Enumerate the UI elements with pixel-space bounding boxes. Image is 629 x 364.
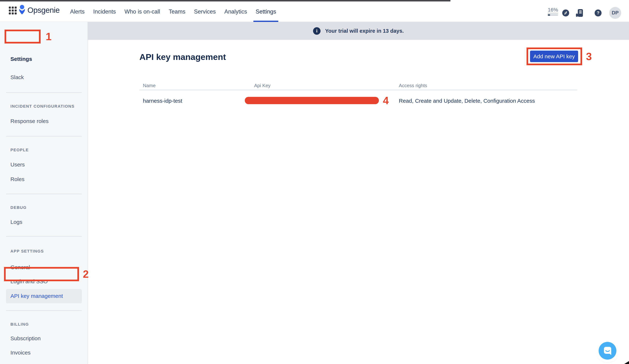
sidebar-header-debug: DEBUG [10,204,26,211]
sidebar-item-settings[interactable]: Settings [10,54,32,65]
help-icon[interactable]: ? [594,9,602,17]
sidebar-header-app-settings: APP SETTINGS [10,248,44,255]
column-header-api-key: Api Key [254,82,271,89]
annotation-box-1-settings [4,30,41,43]
sidebar-item-billing-information[interactable]: Billing information [10,362,54,364]
chat-launcher-button[interactable] [599,342,616,360]
sidebar-item-subscription[interactable]: Subscription [10,333,41,344]
opsgenie-settings-page: Opsgenie Alerts Incidents Who is on-call… [0,0,629,364]
table-header-divider [140,90,577,90]
sidebar-divider [6,194,82,194]
access-rights-cell: Read, Create and Update, Delete, Configu… [399,97,535,104]
sidebar-item-logs[interactable]: Logs [10,217,22,227]
annotation-box-3-add-button [527,48,582,65]
sidebar-item-slack[interactable]: Slack [10,72,24,83]
annotation-redaction-bar-api-key [245,97,379,104]
column-header-access-rights: Access rights [399,82,427,89]
sidebar-item-invoices[interactable]: Invoices [10,347,30,358]
annotation-number-4: 4 [383,95,389,106]
top-navbar: Opsgenie Alerts Incidents Who is on-call… [0,0,629,22]
avatar-initials: DP [612,10,619,16]
column-header-name: Name [143,82,156,89]
annotation-number-2: 2 [83,269,89,279]
sidebar-divider [6,136,82,137]
settings-sidebar: Settings Slack INCIDENT CONFIGURATIONS R… [0,22,88,364]
annotation-number-3: 3 [586,51,592,62]
svg-text:?: ? [597,10,600,15]
trial-usage-indicator[interactable]: 16% [548,7,558,15]
background-window-strip [0,0,451,1]
trial-banner-text: Your trial will expire in 13 days. [325,28,404,34]
whats-new-icon[interactable] [576,9,583,16]
user-avatar[interactable]: DP [609,7,621,19]
page-title: API key management [140,52,226,62]
chat-bubble-icon [603,346,613,356]
sidebar-divider [6,310,82,311]
explore-compass-icon[interactable] [562,9,569,17]
sidebar-item-users[interactable]: Users [10,159,25,170]
sidebar-item-roles[interactable]: Roles [10,174,24,185]
trial-usage-percent: 16% [548,7,558,13]
trial-usage-progressbar [548,14,558,15]
sidebar-item-response-roles[interactable]: Response roles [10,116,48,127]
trial-banner: i Your trial will expire in 13 days. [88,22,629,40]
screen-corner-artifact [624,361,629,364]
info-icon: i [313,27,320,35]
annotation-box-2-api-key-management [4,267,79,281]
annotation-number-1: 1 [46,31,52,42]
sidebar-header-incident-configurations: INCIDENT CONFIGURATIONS [10,103,74,110]
sidebar-item-api-key-management[interactable]: API key management [10,290,63,301]
sidebar-divider [6,92,82,93]
navbar-right-cluster: 16% [0,1,629,22]
api-key-name-cell: harness-idp-test [143,97,182,104]
sidebar-header-billing: BILLING [10,321,29,328]
sidebar-divider [6,236,82,237]
sidebar-header-people: PEOPLE [10,146,29,154]
trial-usage-progress-fill [548,14,550,16]
